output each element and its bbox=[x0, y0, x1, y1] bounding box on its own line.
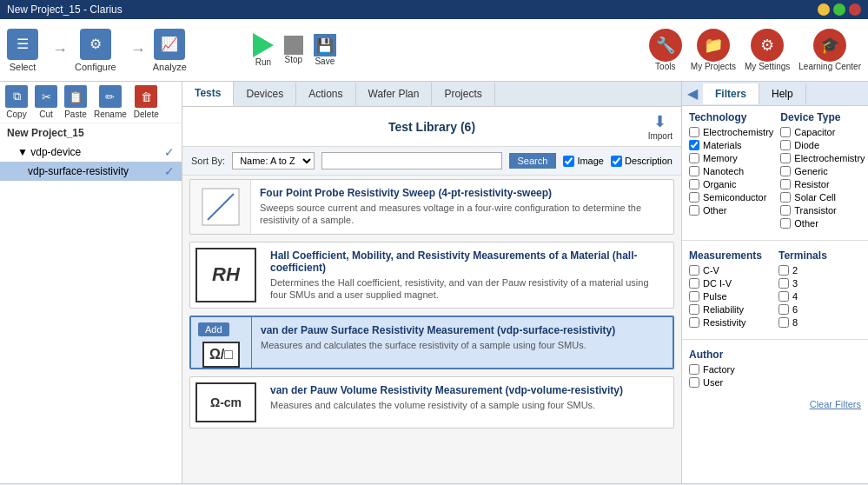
paste-tool[interactable]: 📋 Paste bbox=[64, 85, 87, 119]
chk-t6[interactable] bbox=[779, 304, 789, 315]
chk-t2[interactable] bbox=[779, 265, 789, 276]
tree-item-vdp-surface-resistivity[interactable]: vdp-surface-resistivity ✓ bbox=[0, 162, 182, 181]
filter-transistor[interactable]: Transistor bbox=[780, 205, 865, 216]
filter-semiconductor[interactable]: Semiconductor bbox=[689, 192, 773, 203]
filter-solar-cell[interactable]: Solar Cell bbox=[780, 192, 865, 203]
tree-item-vdp-device[interactable]: ▼ vdp-device ✓ bbox=[0, 143, 182, 162]
my-projects-button[interactable]: 📁 My Projects bbox=[691, 29, 736, 71]
chk-solar-cell[interactable] bbox=[780, 192, 791, 203]
my-settings-button[interactable]: ⚙ My Settings bbox=[745, 29, 790, 71]
chk-transistor[interactable] bbox=[780, 205, 791, 216]
analyze-tool[interactable]: 📈 Analyze bbox=[153, 29, 187, 72]
filter-materials[interactable]: Materials bbox=[689, 140, 773, 150]
vdp-surface-title: van der Pauw Surface Resistivity Measure… bbox=[261, 324, 664, 336]
chk-factory[interactable] bbox=[689, 364, 699, 375]
clear-filters-button[interactable]: Clear Filters bbox=[682, 395, 868, 413]
chk-t4[interactable] bbox=[779, 291, 789, 302]
filter-other-tech[interactable]: Other bbox=[689, 205, 773, 216]
chk-materials[interactable] bbox=[689, 140, 699, 150]
search-input[interactable] bbox=[321, 152, 501, 169]
chk-pulse[interactable] bbox=[689, 291, 699, 302]
chk-resistor[interactable] bbox=[780, 179, 791, 189]
test-card-four-point-probe[interactable]: Four Point Probe Resistivity Sweep (4-pt… bbox=[189, 179, 674, 235]
test-card-hall-coefficient[interactable]: RH Hall Coefficient, Mobility, and Resis… bbox=[189, 242, 674, 309]
filter-t2[interactable]: 2 bbox=[779, 265, 861, 276]
chk-memory[interactable] bbox=[689, 153, 699, 163]
stop-button[interactable]: Stop bbox=[284, 36, 303, 64]
add-button[interactable]: Add bbox=[198, 322, 229, 336]
chk-other-dt[interactable] bbox=[780, 218, 791, 229]
select-tool[interactable]: ☰ Select bbox=[7, 29, 38, 72]
test-card-vdp-surface[interactable]: Add Ω/□ van der Pauw Surface Resistivity… bbox=[189, 316, 674, 369]
tools-button[interactable]: 🔧 Tools bbox=[649, 29, 682, 71]
filter-organic[interactable]: Organic bbox=[689, 179, 773, 189]
chk-electrochemistry[interactable] bbox=[689, 127, 699, 137]
delete-tool[interactable]: 🗑 Delete bbox=[134, 85, 159, 119]
filter-electrochemistry[interactable]: Electrochemistry bbox=[689, 127, 773, 137]
test-card-vdp-volume[interactable]: Ω-cm van der Pauw Volume Resistivity Mea… bbox=[189, 376, 674, 429]
dciv-label: DC I-V bbox=[703, 278, 732, 289]
chk-user[interactable] bbox=[689, 377, 699, 388]
filter-t4[interactable]: 4 bbox=[779, 291, 861, 302]
image-checkbox[interactable] bbox=[563, 156, 574, 167]
restore-button[interactable] bbox=[833, 3, 845, 16]
configure-tool[interactable]: ⚙ Configure bbox=[75, 29, 116, 72]
filter-memory[interactable]: Memory bbox=[689, 153, 773, 163]
save-button[interactable]: 💾 Save bbox=[314, 34, 336, 66]
chk-capacitor[interactable] bbox=[780, 127, 791, 137]
learning-center-button[interactable]: 🎓 Learning Center bbox=[798, 29, 861, 71]
vdp-surface-desc: Measures and calculates the surface resi… bbox=[261, 339, 664, 351]
chk-t8[interactable] bbox=[779, 317, 789, 328]
chk-resistivity[interactable] bbox=[689, 317, 699, 328]
cut-tool[interactable]: ✂ Cut bbox=[35, 85, 57, 119]
filter-dciv[interactable]: DC I-V bbox=[689, 278, 772, 289]
chk-electrochemistry-dt[interactable] bbox=[780, 153, 791, 163]
run-button[interactable]: Run bbox=[253, 33, 274, 67]
import-button[interactable]: ⬇ Import bbox=[648, 112, 673, 141]
filter-reliability[interactable]: Reliability bbox=[689, 304, 772, 315]
chk-diode[interactable] bbox=[780, 140, 791, 150]
filter-resistivity[interactable]: Resistivity bbox=[689, 317, 772, 328]
filter-capacitor[interactable]: Capacitor bbox=[780, 127, 865, 137]
rename-tool[interactable]: ✏ Rename bbox=[94, 85, 127, 119]
filter-diode[interactable]: Diode bbox=[780, 140, 865, 150]
tab-tests[interactable]: Tests bbox=[182, 82, 234, 106]
filter-nanotech[interactable]: Nanotech bbox=[689, 166, 773, 176]
filter-cv[interactable]: C-V bbox=[689, 265, 772, 276]
right-panel-back-icon[interactable]: ◀ bbox=[682, 82, 703, 105]
close-button[interactable] bbox=[849, 3, 861, 16]
tab-devices[interactable]: Devices bbox=[234, 83, 296, 105]
chk-cv[interactable] bbox=[689, 265, 699, 276]
filter-t6[interactable]: 6 bbox=[779, 304, 861, 315]
sort-select[interactable]: Name: A to Z bbox=[232, 152, 315, 169]
image-check-label[interactable]: Image bbox=[563, 156, 604, 167]
chk-nanotech[interactable] bbox=[689, 166, 699, 176]
chk-other-tech[interactable] bbox=[689, 205, 699, 216]
chk-dciv[interactable] bbox=[689, 278, 699, 289]
tab-projects[interactable]: Projects bbox=[432, 83, 494, 105]
filter-resistor[interactable]: Resistor bbox=[780, 179, 865, 189]
filter-user[interactable]: User bbox=[689, 377, 861, 388]
filter-factory[interactable]: Factory bbox=[689, 364, 861, 375]
chk-semiconductor[interactable] bbox=[689, 192, 699, 203]
filter-t8[interactable]: 8 bbox=[779, 317, 861, 328]
filter-generic[interactable]: Generic bbox=[780, 166, 865, 176]
copy-tool[interactable]: ⧉ Copy bbox=[5, 85, 28, 119]
tab-filters[interactable]: Filters bbox=[703, 83, 759, 104]
filter-other-dt[interactable]: Other bbox=[780, 218, 865, 229]
tab-actions[interactable]: Actions bbox=[296, 83, 355, 105]
filter-electrochemistry-dt[interactable]: Electrochemistry bbox=[780, 153, 865, 163]
chk-reliability[interactable] bbox=[689, 304, 699, 315]
description-check-label[interactable]: Description bbox=[611, 156, 673, 167]
chk-generic[interactable] bbox=[780, 166, 791, 176]
minimize-button[interactable] bbox=[818, 3, 830, 16]
filter-t3[interactable]: 3 bbox=[779, 278, 861, 289]
tab-help[interactable]: Help bbox=[759, 83, 806, 104]
chk-organic[interactable] bbox=[689, 179, 699, 189]
description-checkbox[interactable] bbox=[611, 156, 622, 167]
generic-label: Generic bbox=[794, 166, 828, 176]
tab-wafer-plan[interactable]: Wafer Plan bbox=[356, 83, 433, 105]
filter-pulse[interactable]: Pulse bbox=[689, 291, 772, 302]
chk-t3[interactable] bbox=[779, 278, 789, 289]
search-button[interactable]: Search bbox=[509, 153, 557, 169]
